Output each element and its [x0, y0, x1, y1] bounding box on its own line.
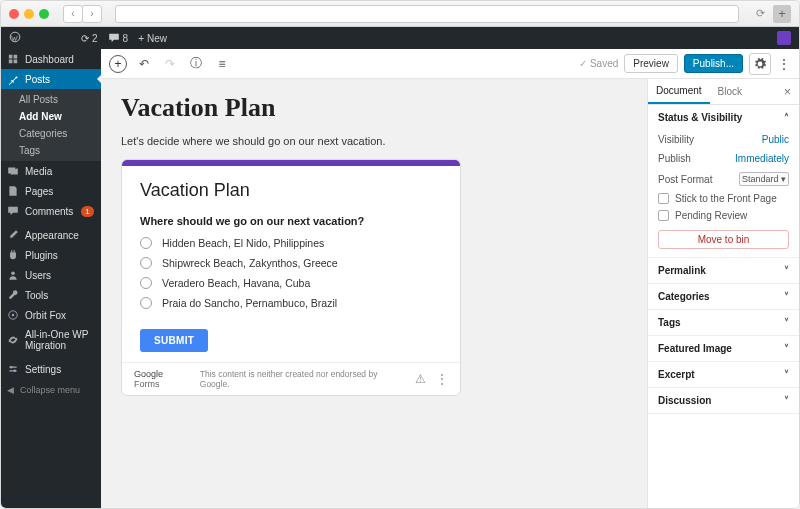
publish-link[interactable]: Immediately [735, 153, 789, 164]
submenu-tags[interactable]: Tags [1, 142, 101, 159]
tab-block[interactable]: Block [710, 80, 750, 103]
google-forms-brand[interactable]: Google Forms [134, 369, 190, 389]
checkbox-label: Pending Review [675, 210, 747, 221]
visibility-link[interactable]: Public [762, 134, 789, 145]
panel-title: Permalink [658, 265, 706, 276]
add-block-button[interactable]: + [109, 55, 127, 73]
sidebar-item-pages[interactable]: Pages [1, 181, 101, 201]
panel-header-discussion[interactable]: Discussion˅ [648, 388, 799, 413]
form-more-icon[interactable]: ⋮ [436, 372, 448, 386]
form-question: Where should we go on our next vacation? [140, 215, 442, 227]
forward-button[interactable]: › [82, 5, 102, 23]
panel-header-tags[interactable]: Tags˅ [648, 310, 799, 335]
reload-icon[interactable]: ⟳ [753, 7, 767, 20]
sidebar-item-posts[interactable]: Posts [1, 69, 101, 89]
updates-indicator[interactable]: ⟳ 2 [81, 33, 98, 44]
option-label: Shipwreck Beach, Zakynthos, Greece [162, 257, 338, 269]
form-option[interactable]: Veradero Beach, Havana, Cuba [140, 277, 442, 289]
panel-title: Status & Visibility [658, 112, 742, 123]
collapse-menu-button[interactable]: ◀ Collapse menu [1, 379, 101, 401]
panel-header-categories[interactable]: Categories˅ [648, 284, 799, 309]
sidebar-label: Media [25, 166, 52, 177]
svg-point-5 [14, 370, 16, 372]
new-tab-button[interactable]: + [773, 5, 791, 23]
info-button[interactable]: ⓘ [187, 55, 205, 73]
redo-button[interactable]: ↷ [161, 55, 179, 73]
form-option[interactable]: Praia do Sancho, Pernambuco, Brazil [140, 297, 442, 309]
radio-icon [140, 277, 152, 289]
migration-icon [7, 334, 19, 346]
warning-icon[interactable]: ⚠ [415, 372, 426, 386]
user-avatar[interactable] [777, 31, 791, 45]
editor-canvas[interactable]: Vacation Plan Let's decide where we shou… [101, 79, 647, 508]
back-button[interactable]: ‹ [63, 5, 83, 23]
sidebar-label: Dashboard [25, 54, 74, 65]
sidebar-item-users[interactable]: Users [1, 265, 101, 285]
close-window-icon[interactable] [9, 9, 19, 19]
comments-indicator[interactable]: 8 [108, 32, 129, 44]
sidebar-label: Settings [25, 364, 61, 375]
submenu-all-posts[interactable]: All Posts [1, 91, 101, 108]
media-icon [7, 165, 19, 177]
form-option[interactable]: Shipwreck Beach, Zakynthos, Greece [140, 257, 442, 269]
panel-header-featured-image[interactable]: Featured Image˅ [648, 336, 799, 361]
post-format-select[interactable]: Standard ▾ [739, 172, 789, 186]
more-menu-button[interactable]: ⋮ [777, 56, 791, 72]
sidebar-item-tools[interactable]: Tools [1, 285, 101, 305]
page-icon [7, 185, 19, 197]
outline-button[interactable]: ≡ [213, 55, 231, 73]
wordpress-logo-icon[interactable] [9, 31, 21, 45]
undo-button[interactable]: ↶ [135, 55, 153, 73]
form-submit-button[interactable]: SUBMIT [140, 329, 208, 352]
option-label: Praia do Sancho, Pernambuco, Brazil [162, 297, 337, 309]
settings-tabs: Document Block × [648, 79, 799, 105]
panel-title: Featured Image [658, 343, 732, 354]
svg-point-4 [10, 366, 12, 368]
close-settings-button[interactable]: × [776, 81, 799, 103]
pending-checkbox[interactable]: Pending Review [658, 207, 789, 224]
preview-button[interactable]: Preview [624, 54, 678, 73]
form-footer: Google Forms This content is neither cre… [122, 362, 460, 395]
submenu-add-new[interactable]: Add New [1, 108, 101, 125]
tab-document[interactable]: Document [648, 79, 710, 104]
submenu-categories[interactable]: Categories [1, 125, 101, 142]
row-label: Publish [658, 153, 691, 164]
sidebar-item-comments[interactable]: Comments 1 [1, 201, 101, 221]
post-paragraph[interactable]: Let's decide where we should go on our n… [121, 135, 627, 147]
sidebar-item-orbit-fox[interactable]: Orbit Fox [1, 305, 101, 325]
form-option[interactable]: Hidden Beach, El Nido, Philippines [140, 237, 442, 249]
move-to-bin-button[interactable]: Move to bin [658, 230, 789, 249]
publish-button[interactable]: Publish... [684, 54, 743, 73]
new-content-button[interactable]: + New [138, 33, 167, 44]
panel-header-status[interactable]: Status & Visibility ˄ [648, 105, 799, 130]
browser-window: ‹› ⟳ + ⟳ 2 8 + New Dashboard Posts All P… [0, 0, 800, 509]
sidebar-item-migration[interactable]: All-in-One WP Migration [1, 325, 101, 355]
chevron-down-icon: ˅ [784, 317, 789, 328]
posts-submenu: All Posts Add New Categories Tags [1, 89, 101, 161]
panel-header-excerpt[interactable]: Excerpt˅ [648, 362, 799, 387]
form-title: Vacation Plan [140, 180, 442, 201]
browser-toolbar: ‹› ⟳ + [1, 1, 799, 27]
sidebar-label: Pages [25, 186, 53, 197]
sidebar-label: Plugins [25, 250, 58, 261]
panel-title: Categories [658, 291, 710, 302]
window-controls[interactable] [9, 9, 49, 19]
comment-icon [7, 205, 19, 217]
maximize-window-icon[interactable] [39, 9, 49, 19]
checkbox-label: Stick to the Front Page [675, 193, 777, 204]
chevron-down-icon: ˅ [784, 265, 789, 276]
panel-header-permalink[interactable]: Permalink˅ [648, 258, 799, 283]
sidebar-item-appearance[interactable]: Appearance [1, 225, 101, 245]
sidebar-item-dashboard[interactable]: Dashboard [1, 49, 101, 69]
comments-badge: 1 [81, 206, 93, 217]
sidebar-item-media[interactable]: Media [1, 161, 101, 181]
sidebar-item-plugins[interactable]: Plugins [1, 245, 101, 265]
settings-toggle-button[interactable] [749, 53, 771, 75]
minimize-window-icon[interactable] [24, 9, 34, 19]
address-bar[interactable] [115, 5, 739, 23]
sidebar-label: Orbit Fox [25, 310, 66, 321]
stick-checkbox[interactable]: Stick to the Front Page [658, 190, 789, 207]
sidebar-label: Posts [25, 74, 50, 85]
sidebar-item-settings[interactable]: Settings [1, 359, 101, 379]
post-title[interactable]: Vacation Plan [121, 93, 627, 123]
